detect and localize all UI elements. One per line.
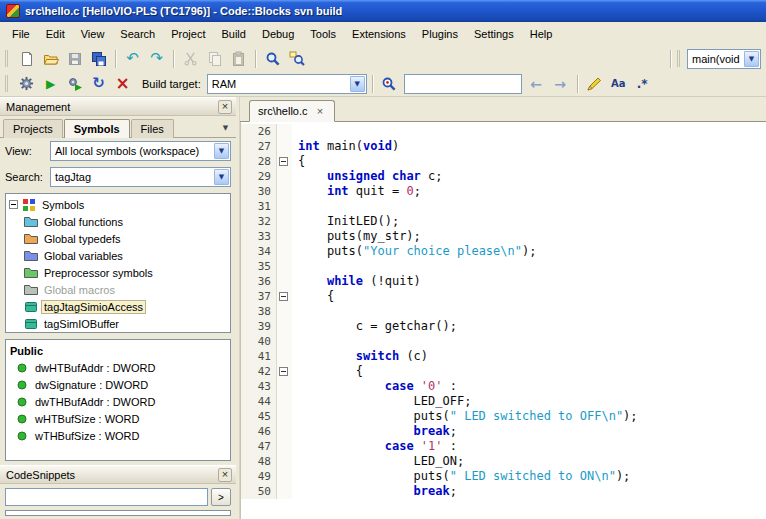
cut-icon[interactable] [179,48,202,70]
menu-debug[interactable]: Debug [254,25,302,43]
chevron-down-icon[interactable] [744,51,759,67]
code-line[interactable]: 48 LED_ON; [241,454,766,469]
tab-projects[interactable]: Projects [3,119,63,138]
code-line[interactable]: 36 while (!quit) [241,274,766,289]
code-line[interactable]: 35 [241,259,766,274]
compiler-options-icon[interactable] [15,73,38,95]
tree-item[interactable]: tagJtagSimioAccess [6,298,230,315]
code-line[interactable]: 47 case '1' : [241,439,766,454]
fold-collapse-icon[interactable] [279,367,288,376]
save-all-icon[interactable] [87,48,110,70]
codesnippets-search-input[interactable] [5,488,208,506]
code-line[interactable]: 50 break; [241,484,766,499]
menu-tools[interactable]: Tools [302,25,344,43]
chevron-down-icon[interactable] [350,76,365,92]
find-icon[interactable] [261,48,284,70]
fold-margin [277,214,292,229]
build-and-run-icon[interactable] [63,73,86,95]
jump-forward-icon[interactable]: → [549,73,572,95]
member-item[interactable]: dwSignature : DWORD [10,376,226,393]
tree-item[interactable]: Global macros [6,281,230,298]
code-line[interactable]: 37 { [241,289,766,304]
toolbar-grip[interactable] [5,50,9,67]
open-file-icon[interactable] [39,48,62,70]
tree-item[interactable]: Symbols [6,196,230,213]
save-file-icon[interactable] [63,48,86,70]
codesnippets-search-button[interactable]: > [211,488,231,506]
code-line[interactable]: 49 puts(" LED switched to ON\n"); [241,469,766,484]
menu-search[interactable]: Search [112,25,163,43]
copy-icon[interactable] [203,48,226,70]
run-icon[interactable]: ▶ [39,73,62,95]
collapse-icon[interactable] [9,200,18,209]
rebuild-icon[interactable]: ↻ [87,73,110,95]
toolbar-grip[interactable] [5,75,9,92]
code-line[interactable]: 27int main(void) [241,139,766,154]
abort-icon[interactable]: × [111,73,134,95]
tree-item[interactable]: Global typedefs [6,230,230,247]
menu-file[interactable]: File [4,25,38,43]
member-item[interactable]: wHTBufSize : WORD [10,410,226,427]
close-icon[interactable] [315,106,326,117]
incremental-search-input[interactable] [404,74,522,94]
code-line[interactable]: 39 c = getchar(); [241,319,766,334]
code-line[interactable]: 41 switch (c) [241,349,766,364]
tree-item[interactable]: Preprocessor symbols [6,264,230,281]
code-line[interactable]: 31 [241,199,766,214]
menu-project[interactable]: Project [163,25,213,43]
tree-item[interactable]: tagSimIOBuffer [6,315,230,332]
incremental-search-icon[interactable] [378,73,401,95]
code-line[interactable]: 42 { [241,364,766,379]
member-item[interactable]: dwTHBufAddr : DWORD [10,393,226,410]
highlight-icon[interactable] [583,73,606,95]
toolbar-grip[interactable] [677,50,681,67]
code-line[interactable]: 28{ [241,154,766,169]
view-combo[interactable]: All local symbols (workspace) [50,141,231,161]
symbol-search-combo[interactable]: tagJtag [50,167,231,187]
new-file-icon[interactable] [15,48,38,70]
build-target-combo[interactable]: RAM [207,74,367,94]
active-symbol-combo[interactable]: main(void [687,49,761,69]
code-line[interactable]: 26 [241,124,766,139]
code-line[interactable]: 44 LED_OFF; [241,394,766,409]
tab-files[interactable]: Files [131,119,174,138]
menu-help[interactable]: Help [522,25,561,43]
match-case-icon[interactable]: Aa [607,73,630,95]
replace-icon[interactable] [285,48,308,70]
fold-margin [277,259,292,274]
menu-view[interactable]: View [73,25,113,43]
chevron-down-icon[interactable] [214,143,229,159]
tab-symbols[interactable]: Symbols [64,119,130,138]
tree-item[interactable]: Global variables [6,247,230,264]
editor-tab[interactable]: src\hello.c [249,100,335,122]
paste-icon[interactable] [227,48,250,70]
menu-build[interactable]: Build [213,25,253,43]
jump-back-icon[interactable]: ← [525,73,548,95]
code-line[interactable]: 33 puts(my_str); [241,229,766,244]
code-line[interactable]: 40 [241,334,766,349]
code-line[interactable]: 29 unsigned char c; [241,169,766,184]
code-line[interactable]: 34 puts("Your choice please\n"); [241,244,766,259]
code-line[interactable]: 46 break; [241,424,766,439]
regex-icon[interactable]: .* [631,73,654,95]
menu-settings[interactable]: Settings [466,25,522,43]
member-item[interactable]: wTHBufSize : WORD [10,427,226,444]
fold-collapse-icon[interactable] [279,292,288,301]
close-icon[interactable] [218,468,232,482]
code-line[interactable]: 43 case '0' : [241,379,766,394]
menu-extensions[interactable]: Extensions [344,25,414,43]
member-item[interactable]: dwHTBufAddr : DWORD [10,359,226,376]
code-line[interactable]: 32 InitLED(); [241,214,766,229]
menu-plugins[interactable]: Plugins [414,25,466,43]
undo-icon[interactable]: ↶ [121,48,144,70]
menu-edit[interactable]: Edit [38,25,73,43]
chevron-down-icon[interactable] [214,169,229,185]
redo-icon[interactable]: ↷ [145,48,168,70]
fold-collapse-icon[interactable] [279,157,288,166]
close-icon[interactable] [218,100,232,114]
code-line[interactable]: 30 int quit = 0; [241,184,766,199]
code-line[interactable]: 38 [241,304,766,319]
code-line[interactable]: 45 puts(" LED switched to OFF\n"); [241,409,766,424]
tree-item[interactable]: Global functions [6,213,230,230]
chevron-down-icon[interactable] [219,121,232,134]
